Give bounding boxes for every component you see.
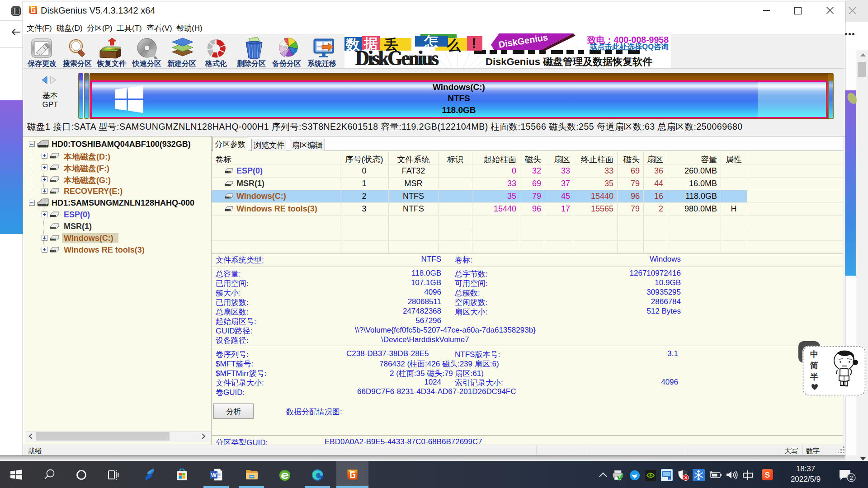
svg-text:in: in [669, 478, 671, 480]
svg-text:S: S [765, 471, 770, 479]
svg-text:W: W [211, 472, 217, 479]
svg-text:2: 2 [849, 474, 853, 481]
